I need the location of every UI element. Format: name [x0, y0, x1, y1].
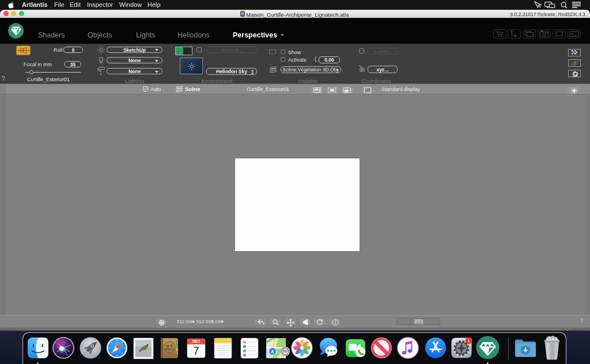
svg-text:1: 1 — [467, 338, 470, 343]
svg-text:7: 7 — [193, 344, 199, 357]
svg-text:DEC: DEC — [192, 340, 201, 344]
svg-text:3D: 3D — [282, 350, 288, 354]
